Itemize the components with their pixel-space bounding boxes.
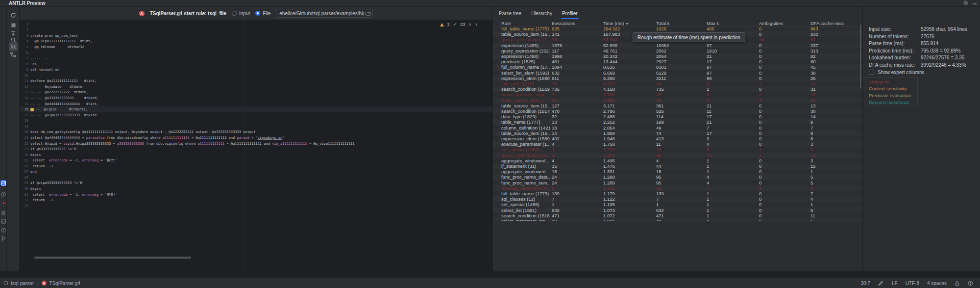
column-header[interactable]: Total k [656, 21, 669, 26]
antlr-preview-toolwindow-button[interactable] [0, 180, 6, 186]
value-cell: 9 [810, 147, 813, 152]
value-cell: 18 [552, 125, 557, 131]
terminal-toolwindow-button[interactable] [0, 218, 6, 224]
table-row[interactable]: data_type (1829)322.48811417014 [493, 114, 862, 119]
table-row[interactable]: query_specification (1...31.5923819118 [493, 153, 862, 158]
structure-icon[interactable] [9, 50, 18, 59]
table-row[interactable]: expression (1498)199820.342206421082 [493, 53, 862, 59]
value-cell: 1 [552, 202, 554, 207]
table-row[interactable]: expression_elem (1590)6115.266321199026 [493, 76, 862, 81]
show-expert-columns-checkbox[interactable]: Show expert columns [869, 70, 925, 75]
table-vertical-scrollbar[interactable] [860, 25, 861, 88]
checkbox-box[interactable] [869, 70, 874, 75]
refresh-icon[interactable] [9, 11, 18, 20]
intention-bulb-icon[interactable] [30, 108, 34, 111]
table-row[interactable]: sql_clauses (12)71.1227104 [493, 196, 862, 202]
unlock-icon[interactable] [955, 281, 960, 286]
table-row[interactable]: search_condition (1519)7354.1587351031 [493, 86, 862, 92]
prev-problem-icon[interactable]: ∧ [468, 23, 471, 26]
code-token: = -1, [68, 193, 82, 197]
table-row[interactable]: aggregate_windowed...181.33118101 [493, 169, 862, 174]
table-row[interactable]: full_table_name (1775)925294.32210264000… [493, 26, 862, 31]
table-row[interactable]: execute_statement (4...21.23222718 [493, 185, 862, 191]
column-header[interactable]: DFA cache miss [810, 21, 844, 26]
table-row[interactable]: predicate (1525)46113.444292717080 [493, 59, 862, 64]
run-toolwindow-button[interactable] [0, 191, 6, 197]
column-header[interactable]: Invocations [552, 21, 575, 26]
table-row[interactable]: table_name (1777)332.2521992109 [493, 119, 862, 125]
horizontal-scrollbar[interactable] [34, 257, 191, 259]
table-row[interactable]: aggregate_windowed...41.4954103 [493, 158, 862, 163]
file-radio-circle[interactable] [255, 11, 260, 16]
input-file-field[interactable]: ebelice/Github/tsql-parser/examples/big.… [276, 9, 373, 18]
line-content: —— @vipid dtchar32, [30, 107, 87, 111]
table-row[interactable]: execute_parameter (1...41.75811403 [493, 141, 862, 147]
value-cell: 2.252 [603, 119, 615, 125]
table-row[interactable]: table_source_item_j...923.665339352 [493, 98, 862, 103]
next-problem-icon[interactable]: ∨ [475, 23, 478, 26]
git-toolwindow-button[interactable] [0, 236, 6, 241]
table-row[interactable]: expression (1495)197852.99910982970237 [493, 43, 862, 48]
line-content: —— —— @a2222222222 dtdate, [30, 90, 88, 94]
code-token: return -1 [30, 198, 53, 202]
table-row[interactable]: table_source_item (15...1273.17138121013 [493, 103, 862, 108]
notifications-icon[interactable] [968, 281, 973, 286]
hide-tool-window-icon[interactable] [972, 0, 977, 5]
column-header[interactable]: Max k [707, 21, 719, 26]
folder-browse-icon[interactable] [366, 11, 370, 16]
caret-position[interactable]: 30:7 [860, 281, 870, 286]
value-cell: 16 [810, 81, 816, 86]
table-row[interactable]: if_statement (31)351.476441015 [493, 163, 862, 169]
code-line: 2 [20, 27, 492, 33]
value-cell: 114 [656, 114, 663, 119]
code-line: 29if @vipa333333333333 !='0' [20, 181, 492, 186]
problems-toolwindow-button[interactable] [0, 227, 6, 233]
column-header[interactable]: Time (ms) [603, 21, 629, 26]
line-ending-selector[interactable]: LF [892, 281, 898, 286]
table-row[interactable]: func_proc_name_serv...241.28995405 [493, 180, 862, 185]
input-radio[interactable]: Input [232, 11, 250, 16]
table-row[interactable]: column_definition (1421)182.06449707 [493, 125, 862, 131]
table-row[interactable]: set_special (1483)11.70316519 [493, 147, 862, 152]
table-row[interactable]: func_proc_name_data...241.29895405 [493, 174, 862, 180]
table-row[interactable]: unary_operator_expr...73.789298218 [493, 92, 862, 97]
table-row[interactable]: expression_elem (1589)4021.948413308 [493, 136, 862, 141]
highlighting-disabled-icon[interactable] [878, 280, 884, 286]
table-row[interactable]: search_condition (1517)4702.78652511030 [493, 108, 862, 114]
value-cell: 0 [759, 48, 761, 53]
table-row[interactable]: full_column_name (17...10948.63583019704… [493, 64, 862, 70]
table-row[interactable]: join_part (1619)744.373965216 [493, 81, 862, 86]
column-header[interactable]: Rule [501, 21, 511, 26]
value-cell: 8301 [656, 64, 666, 70]
table-row[interactable]: table_source_item (15...141.959741708 [493, 131, 862, 136]
tab-parse-tree[interactable]: Parse tree [499, 7, 521, 20]
column-header[interactable]: Ambiguities [759, 21, 783, 26]
value-cell: 10982 [656, 43, 669, 48]
settings-gear-icon[interactable] [963, 0, 968, 5]
indent-selector[interactable]: 4 spaces [927, 281, 947, 286]
code-editor[interactable]: 123create proc up_com_test4 @p_vipa11111… [20, 20, 492, 271]
table-row[interactable]: search_condition (1516)4711.0724711011 [493, 213, 862, 218]
code-token: return -1 [30, 164, 53, 168]
table-row[interactable]: full_table_name (1773)1391.179139107 [493, 191, 862, 196]
encoding-selector[interactable]: UTF-8 [906, 281, 919, 286]
table-row[interactable]: select_list (1581)6321.073632106 [493, 208, 862, 213]
services-toolwindow-button[interactable] [0, 210, 6, 216]
value-cell: 1.232 [603, 185, 615, 191]
inspections-widget[interactable]: 2 ✔ 23 ∧ ∨ [440, 22, 478, 27]
table-row[interactable]: select_list_elem (1592)6326.669612997038 [493, 70, 862, 76]
breadcrumb-file[interactable]: TSqlParser.g4 [49, 281, 80, 286]
tab-hierarchy[interactable]: Hierarchy [531, 7, 552, 20]
stop-icon[interactable] [9, 21, 18, 29]
rule-name-cell: query_specification (1... [501, 153, 550, 158]
file-radio[interactable]: File [255, 11, 270, 16]
rule-name-cell: aggregate_windowed... [501, 169, 550, 174]
input-radio-circle[interactable] [232, 11, 237, 16]
tab-profiler[interactable]: Profiler [562, 7, 578, 20]
antlr-toolwindow-button[interactable]: A [0, 200, 6, 206]
table-row[interactable]: query_expression (1527)11748.76120621910… [493, 48, 862, 53]
value-cell: 2 [552, 185, 554, 191]
table-row[interactable]: select_statement_sta...191.02140406 [493, 218, 862, 221]
table-row[interactable]: set_special (1485)11.1051101 [493, 202, 862, 207]
breadcrumb-project[interactable]: tsql-parser [11, 281, 34, 286]
